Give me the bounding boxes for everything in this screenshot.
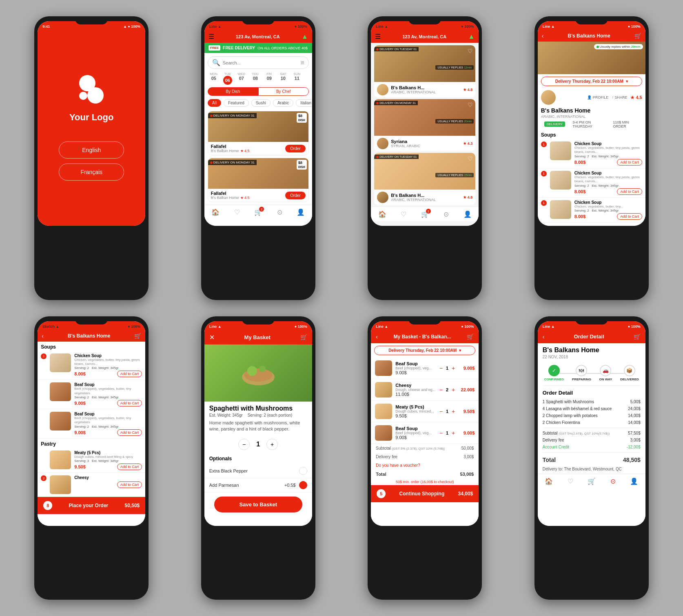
hamburger-icon-3[interactable]: ☰ <box>375 33 381 40</box>
heart-icon-2[interactable]: ♡ <box>301 161 306 167</box>
optional-toggle-1[interactable] <box>299 467 307 475</box>
profile-link[interactable]: 👤 PROFILE <box>587 95 608 99</box>
add-cart-5-5[interactable]: Add to Cart <box>117 481 142 488</box>
filter-italian[interactable]: Italian <box>296 99 312 107</box>
add-to-cart-2[interactable]: Add to Cart <box>617 188 642 195</box>
date-sun[interactable]: SUN11 <box>291 72 303 85</box>
qty-increase-3[interactable]: + <box>452 408 455 415</box>
back-btn[interactable]: ‹ <box>542 33 544 39</box>
nav-home-8[interactable]: 🏠 <box>545 477 553 485</box>
cart-icon-7[interactable]: 🛒 <box>467 333 474 340</box>
delivery-selector[interactable]: Delivery Thursday, Feb 22 10:00AM ▾ <box>541 77 642 86</box>
nav-orders-8[interactable]: ⊙ <box>610 477 616 485</box>
add-cart-5-3[interactable]: Add to Cart <box>117 429 142 436</box>
add-to-cart-3[interactable]: Add to Cart <box>617 213 642 220</box>
by-dish-tab[interactable]: By Dish <box>208 87 258 96</box>
share-link[interactable]: ↑ SHARE <box>612 95 627 99</box>
nav-profile-3[interactable]: 👤 <box>463 210 472 218</box>
qty-increase-2[interactable]: + <box>452 386 455 393</box>
status-icons: ● 100% <box>628 24 641 29</box>
rest-meta: ARABIC, INTERNATIONAL <box>538 115 645 119</box>
back-btn-8[interactable]: ‹ <box>543 333 545 340</box>
delivery-selector-7[interactable]: Delivery Thursday, Feb 22 10:00AM ▾ <box>374 346 475 355</box>
qty-decrease-3[interactable]: − <box>439 408 443 415</box>
voucher-row[interactable]: Do you have a voucher? <box>371 461 479 470</box>
filter-sushi[interactable]: Sushi <box>251 99 271 107</box>
order-btn-1[interactable]: Order <box>285 145 306 152</box>
qty-increase-1[interactable]: + <box>452 365 455 371</box>
back-btn-7[interactable]: ‹ <box>376 333 378 340</box>
restaurant-card-1[interactable]: DELIVERY ON MONDAY 31 $8DISH ♡ Fallafel … <box>208 111 309 155</box>
place-order-btn[interactable]: Place your Order <box>69 503 109 508</box>
nav-basket-3[interactable]: 🛒2 <box>421 210 429 218</box>
add-to-cart-1[interactable]: Add to Cart <box>617 159 642 166</box>
restaurant-card-2[interactable]: DELIVERY ON MONDAY 31 $8DISH ♡ Fallafel … <box>208 158 309 202</box>
card-rating-2: ★ 4.5 <box>240 196 250 200</box>
date-fri[interactable]: FRI09 <box>263 72 275 85</box>
add-cart-5-2[interactable]: Add to Cart <box>117 400 142 406</box>
cart-footer[interactable]: 5 Continue Shopping 34,00$ <box>371 485 479 502</box>
rest-item-1[interactable]: DELIVERY ON TUESDAY 01 ♡ USUALLY REPLIES… <box>374 45 475 97</box>
optional-item-2[interactable]: Add Parmesan +0.5$ <box>204 478 312 492</box>
filter-icon[interactable]: ≡ <box>300 59 304 66</box>
french-btn[interactable]: Français <box>59 163 124 181</box>
optional-item-1[interactable]: Extra Black Pepper <box>204 464 312 478</box>
date-mon[interactable]: MON05 <box>208 72 220 85</box>
nav-explore[interactable]: ⊙ <box>277 208 282 216</box>
date-wed[interactable]: WED07 <box>235 72 248 85</box>
menu-item-3: 1 Chicken Soup Chicken, vegetables, butt… <box>538 198 645 223</box>
nav-basket-8[interactable]: 🛒 <box>588 477 596 485</box>
status-confirmed: ✓ CONFIRMED <box>544 365 564 381</box>
filter-all[interactable]: All <box>208 99 221 107</box>
qty-decrease-1[interactable]: − <box>439 365 443 371</box>
nav-favorites[interactable]: ♡ <box>234 208 240 216</box>
search-input[interactable] <box>223 60 298 65</box>
date-tue[interactable]: TUE06 <box>222 72 234 85</box>
nav-fav-3[interactable]: ♡ <box>401 210 406 218</box>
filter-arabic[interactable]: Arabic <box>273 99 293 107</box>
heart-icon-r2[interactable]: ♡ <box>468 102 473 108</box>
qty-decrease-btn[interactable]: − <box>238 439 250 450</box>
date-sat[interactable]: SAT10 <box>277 72 289 85</box>
add-cart-5-4[interactable]: Add to Cart <box>117 464 142 470</box>
nav-basket[interactable]: 🛒2 <box>254 208 262 216</box>
date-thu[interactable]: THU08 <box>249 72 262 85</box>
english-btn[interactable]: English <box>59 141 124 159</box>
order-footer-5[interactable]: 8 Place your Order 50,50$ <box>38 497 145 514</box>
nav-profile[interactable]: 👤 <box>297 208 305 216</box>
by-chef-tab[interactable]: By Chef <box>258 87 309 96</box>
nav-explore-3[interactable]: ⊙ <box>444 210 449 218</box>
min-order: 110$ MIN ORDER <box>613 120 642 128</box>
qty-decrease-2[interactable]: − <box>439 386 443 393</box>
add-cart-5-1[interactable]: Add to Cart <box>117 371 142 377</box>
rest-item-2[interactable]: DELIVERY ON MONDAY 31 ♡ USUALLY REPLIES … <box>374 99 475 151</box>
pastry-title-5: Pastry <box>38 439 145 448</box>
cart-icon-6[interactable]: 🛒 <box>300 334 307 340</box>
heart-icon-r3[interactable]: ♡ <box>468 155 473 162</box>
rest-item-3[interactable]: DELIVERY ON TUESDAY 01 ♡ USUALLY REPLIES… <box>374 153 475 205</box>
back-btn-5[interactable]: ‹ <box>42 333 44 339</box>
cart-icon-8[interactable]: 🛒 <box>634 333 641 340</box>
heart-icon-r1[interactable]: ♡ <box>468 48 473 54</box>
item-badge-5-5: 2 <box>41 475 47 481</box>
close-btn[interactable]: ✕ <box>209 333 215 341</box>
nav-home-3[interactable]: 🏠 <box>378 210 386 218</box>
heart-icon-1[interactable]: ♡ <box>301 114 306 120</box>
qty-increase-4[interactable]: + <box>452 430 455 436</box>
optional-toggle-2[interactable] <box>299 481 307 489</box>
location-label[interactable]: 123 Av, Montreal, CA <box>236 34 280 39</box>
filter-featured[interactable]: Featured <box>224 99 249 107</box>
order-btn-2[interactable]: Order <box>285 192 306 199</box>
nav-fav-8[interactable]: ♡ <box>568 477 573 485</box>
save-basket-btn[interactable]: Save to Basket <box>214 497 302 512</box>
qty-increase-btn[interactable]: + <box>266 439 278 450</box>
nav-profile-8[interactable]: 👤 <box>630 477 638 485</box>
qty-decrease-4[interactable]: − <box>439 430 443 436</box>
nav-home[interactable]: 🏠 <box>211 208 220 216</box>
heart-icon-detail[interactable]: ♡ <box>638 44 643 51</box>
cart-icon-5[interactable]: 🛒 <box>134 333 141 339</box>
cart-icon[interactable]: 🛒 <box>634 33 641 39</box>
continue-shopping[interactable]: Continue Shopping <box>399 491 445 497</box>
hamburger-icon[interactable]: ☰ <box>208 33 214 40</box>
menu-info-5-5: Cheesy Add to Cart <box>74 475 142 488</box>
